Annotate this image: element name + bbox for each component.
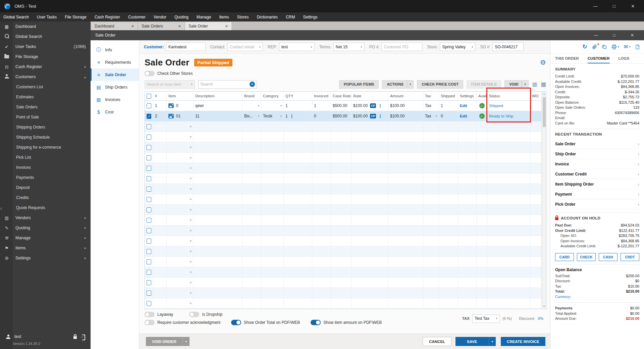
po-input-field[interactable] [384,45,420,49]
sidebar-item-user-tasks[interactable]: ✔ User Tasks (1068) [0,42,91,52]
table-columns-icon[interactable]: ▦ [541,81,546,88]
void-order-button[interactable]: VOID ORDER [146,337,182,346]
sidebar-item-dashboard[interactable]: ▦ Dashboard [0,21,91,32]
row-checkbox[interactable] [147,301,151,306]
store-select[interactable]: ▾ [440,43,475,51]
scrollbar-thumb[interactable] [543,97,546,127]
cancel-button[interactable]: CANCEL [423,337,451,346]
sidebar-item-manage[interactable]: ⚒ Manage ▾ [0,233,91,243]
close-tab-icon[interactable]: ✕ [131,24,134,29]
tab-sale-orders[interactable]: Sale Orders ✕ [138,22,184,30]
cash-button[interactable]: CASH [599,253,618,261]
show-order-total-toggle[interactable] [231,320,241,325]
table-layout-icon[interactable]: ▦ [532,81,537,88]
card-button[interactable]: CARD [555,253,574,261]
row-checkbox[interactable] [147,291,151,296]
tax-select[interactable]: Test Tax ▾ [472,314,500,323]
so-number-input[interactable] [492,43,524,51]
sidebar-item-estimates[interactable]: Estimates [0,92,91,102]
sidebar-item-pick-list[interactable]: Pick List [0,152,91,162]
chevron-down-icon[interactable]: ▾ [190,187,192,191]
contact-input-field[interactable] [230,45,258,49]
inner-maximize-icon[interactable]: □ [612,33,616,38]
chevron-down-icon[interactable]: ▾ [522,81,528,88]
tab-this-order[interactable]: THIS ORDER [555,54,579,63]
edit-link[interactable]: Edit [460,114,467,118]
create-invoice-button[interactable]: CREATE INVOICE [501,337,545,346]
actions-button[interactable]: ACTIONS ▾ [382,80,414,89]
item-scan-select[interactable]: ▾ [145,80,195,89]
row-checkbox[interactable] [147,207,151,212]
popular-items-button[interactable]: POPULAR ITEMS [339,80,379,89]
search-input[interactable] [200,82,250,87]
chevron-down-icon[interactable]: ▾ [190,239,192,243]
transaction-sale-order[interactable]: Sale Order› [555,139,639,149]
tab-logs[interactable]: LOGS [619,54,630,63]
chevron-down-icon[interactable]: ▾ [190,260,192,263]
scroll-up-icon[interactable]: ▴ [543,92,545,96]
row-checkbox[interactable] [147,218,151,223]
chevron-down-icon[interactable]: ▾ [407,81,414,88]
sidebar-item-point-of-sale[interactable]: Point of Sale [0,112,91,122]
sidebar-item-shipping-schedule[interactable]: Shipping Schedule [0,132,91,142]
transaction-payment[interactable]: Payment› [555,189,639,199]
row-checkbox[interactable] [147,197,151,202]
refresh-icon[interactable]: ↻ [582,43,587,50]
credit-button[interactable]: CRDT [621,253,639,261]
row-checkbox[interactable] [147,239,151,244]
row-menu-icon[interactable]: ⋮ [378,103,382,108]
customer-input[interactable] [166,43,206,51]
sidebar-item-file-storage[interactable]: File Storage [0,52,91,62]
sidebar-item-customers[interactable]: Customers ▴ [0,72,91,82]
subnav-invoices[interactable]: ▥ Invoices [91,93,139,106]
minimize-icon[interactable]: — [593,4,598,9]
row-checkbox[interactable] [147,187,151,192]
show-item-amount-toggle[interactable] [311,320,321,325]
select-all-checkbox[interactable] [147,94,151,99]
chevron-down-icon[interactable]: ▾ [190,135,192,139]
cell-tax[interactable]: Tax▾ [423,111,439,121]
sidebar-item-deposit[interactable]: Deposit [0,183,91,193]
email-icon[interactable]: ✉ ▾ [624,44,631,50]
row-checkbox[interactable] [147,114,151,119]
menu-items[interactable]: Items [219,15,229,19]
subnav-info[interactable]: ⓘ Info [91,44,139,56]
item-scan-field[interactable] [147,82,190,86]
lock-icon[interactable] [73,336,77,339]
sidebar-item-credits[interactable]: Credits [0,193,91,203]
cell-brand[interactable]: Bis...▾ [243,111,261,121]
sidebar-item-customers-list[interactable]: Customers List [0,82,91,92]
chevron-down-icon[interactable]: ▾ [190,218,192,222]
menu-global-search[interactable]: Global Search [3,15,29,19]
row-checkbox[interactable] [147,135,151,140]
menu-quoting[interactable]: Quoting [174,15,189,19]
sidebar-item-quoting[interactable]: ✎ Quoting ▾ [0,223,91,233]
status-link[interactable]: Ready to Ship [489,114,513,118]
sidebar-item-shipping-orders[interactable]: Shipping Orders [0,122,91,132]
transaction-ship-order[interactable]: Ship Order› [555,149,639,159]
close-tab-icon[interactable]: ✕ [178,24,181,29]
chevron-down-icon[interactable]: ▾ [190,166,192,170]
chevron-down-icon[interactable]: ▾ [190,281,192,284]
check-other-stores-toggle[interactable] [145,71,155,76]
row-checkbox[interactable] [147,249,151,254]
chevron-down-icon[interactable]: ▾ [190,198,192,201]
is-dropship-toggle[interactable] [189,312,199,317]
chevron-down-icon[interactable]: ▾ [190,250,192,253]
discount-value[interactable]: 0% [538,316,543,320]
layaway-toggle[interactable] [145,312,155,317]
close-tab-icon[interactable]: ✕ [225,24,228,29]
scroll-down-icon[interactable]: ▾ [543,304,545,309]
subnav-ship-orders[interactable]: ▤ Ship Orders [91,81,139,93]
row-checkbox[interactable] [147,270,151,275]
subnav-cost[interactable]: $ Cost [91,106,139,118]
store-input-field[interactable] [442,45,470,49]
sidebar-item-global-search[interactable]: Global Search [0,32,91,42]
row-checkbox[interactable] [147,103,151,108]
subnav-requirements[interactable]: ≡ Requirements [91,56,139,68]
menu-crm[interactable]: CRM [286,15,295,19]
export-icon[interactable] [635,44,640,50]
logout-icon[interactable] [81,335,85,339]
edit-link[interactable]: Edit [460,104,467,108]
chevron-down-icon[interactable]: ▾ [190,156,192,159]
